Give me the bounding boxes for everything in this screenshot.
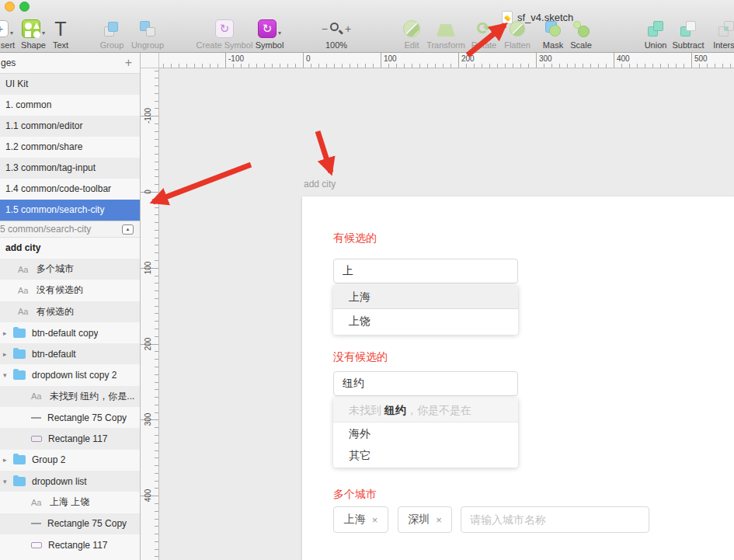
union-button[interactable]: Union [642, 18, 670, 50]
symbol-button[interactable]: ↻▾ Symbol [252, 18, 287, 50]
zoom-out-button[interactable]: − [322, 23, 328, 35]
layers-list: Aa多个城市 Aa没有候选的 Aa有候选的 ▸btn-default copy … [0, 259, 140, 555]
layer-row[interactable]: Aa多个城市 [0, 259, 140, 280]
dropdown-option[interactable]: 其它 [333, 444, 518, 466]
dropdown-option[interactable]: 上饶 [333, 309, 518, 333]
text-layer-icon: Aa [18, 265, 30, 274]
subtract-icon [679, 19, 697, 38]
sidebar-item-page[interactable]: 1.3 common/tag-input [0, 158, 140, 179]
rotate-button[interactable]: ⟳ Rotate [468, 18, 500, 50]
traffic-light-minimize[interactable] [5, 2, 15, 12]
layer-row[interactable]: ▸btn-default copy [0, 322, 140, 343]
sidebar-item-page-selected[interactable]: 1.5 common/search-city [0, 200, 140, 221]
layer-row[interactable]: ▾dropdown list copy 2 [0, 364, 140, 385]
ungroup-button[interactable]: Ungroup [129, 18, 166, 50]
ruler-label: 100 [144, 261, 152, 274]
pages-header-title: ges [1, 57, 16, 68]
remove-tag-icon[interactable]: × [436, 514, 442, 526]
transform-button[interactable]: Transform [424, 18, 468, 50]
intersect-icon [717, 19, 734, 38]
add-page-button[interactable]: + [125, 56, 132, 70]
symbol-icon: ↻ [258, 19, 277, 38]
layer-row[interactable]: Rectangle 117 [0, 428, 140, 449]
union-icon [646, 19, 665, 38]
city-search-input[interactable] [333, 259, 518, 283]
layer-row[interactable]: Rectangle 75 Copy [0, 513, 140, 534]
horizontal-ruler: -1000100200300400500 [159, 53, 734, 68]
rotate-icon: ⟳ [477, 20, 491, 37]
disclosure-triangle-icon[interactable]: ▾ [3, 478, 13, 485]
left-sidebar: ges + UI Kit 1. common 1.1 common/editor… [0, 53, 141, 560]
layer-row[interactable]: ▸btn-default [0, 343, 140, 364]
edit-icon [403, 20, 420, 37]
sidebar-item-page[interactable]: 1.1 common/editor [0, 116, 140, 137]
section-label: 有候选的 [333, 231, 377, 245]
scale-button[interactable]: Scale [568, 18, 594, 50]
disclosure-triangle-icon[interactable]: ▸ [3, 329, 13, 337]
city-search-input-no-match[interactable] [333, 371, 518, 396]
text-layer-icon: Aa [31, 498, 43, 507]
sidebar-item-page[interactable]: UI Kit [0, 74, 140, 95]
layer-row[interactable]: Aa未找到 纽约，你是... [0, 386, 140, 407]
dropdown-option[interactable]: 海外 [333, 423, 518, 444]
scale-icon [572, 19, 590, 38]
artboard-label[interactable]: add city [304, 179, 336, 190]
ungroup-icon [138, 19, 157, 38]
zoom-in-button[interactable]: + [345, 23, 351, 35]
layer-row[interactable]: Aa有候选的 [0, 301, 140, 322]
mask-button[interactable]: Mask [540, 18, 566, 50]
chevron-down-icon: ▾ [10, 30, 13, 37]
layer-row-artboard[interactable]: add city [0, 238, 140, 259]
dropdown-no-match-row[interactable]: 未找到 纽约，你是不是在 [333, 398, 518, 423]
edit-button[interactable]: Edit [400, 18, 423, 50]
pages-list: UI Kit 1. common 1.1 common/editor 1.2 c… [0, 74, 140, 221]
city-tag[interactable]: 深圳 × [398, 506, 452, 533]
shape-icon [22, 19, 40, 38]
layer-row[interactable]: Rectangle 117 [0, 534, 140, 555]
text-layer-icon: Aa [18, 307, 30, 316]
sidebar-item-page[interactable]: 1. common [0, 95, 140, 116]
shape-button[interactable]: ▾ Shape [16, 18, 50, 50]
layer-row[interactable]: ▾dropdown list [0, 471, 140, 492]
pages-header: ges + [0, 53, 140, 74]
folder-icon [13, 370, 26, 380]
layer-row[interactable]: Aa上海 上饶 [0, 492, 140, 513]
disclosure-triangle-icon[interactable]: ▸ [3, 350, 13, 358]
insert-icon: + [0, 20, 9, 37]
intersect-button[interactable]: Interse [707, 18, 734, 50]
ruler-label: 300 [539, 54, 552, 63]
mask-icon [544, 19, 562, 38]
zoom-level: 100% [325, 40, 347, 50]
sidebar-item-page[interactable]: 1.4 common/code-toolbar [0, 179, 140, 200]
ruler-corner [141, 53, 159, 68]
layer-row[interactable]: Rectangle 75 Copy [0, 407, 140, 428]
group-button[interactable]: Group [96, 18, 127, 50]
ruler-label: -100 [144, 108, 152, 123]
ruler-label: 0 [306, 54, 311, 63]
layers-panel-header: 5 common/search-city ▲ [0, 221, 140, 238]
line-shape-icon [31, 523, 41, 524]
traffic-light-zoom[interactable] [19, 2, 30, 12]
layer-row[interactable]: Aa没有候选的 [0, 280, 140, 301]
rectangle-shape-icon [31, 436, 42, 442]
dropdown-option-highlighted[interactable]: 上海 [333, 285, 518, 309]
artboard-list-toggle-icon[interactable]: ▲ [122, 224, 134, 235]
magnifier-icon [329, 22, 343, 36]
chevron-down-icon: ▾ [278, 30, 281, 37]
ruler-label: 400 [617, 54, 630, 63]
text-layer-icon: Aa [18, 286, 30, 295]
artboard[interactable]: 有候选的 上海 上饶 没有候选的 未找到 纽约，你是不是在 海外 其它 多个城市… [302, 197, 734, 560]
layer-row[interactable]: ▸Group 2 [0, 450, 140, 471]
disclosure-triangle-icon[interactable]: ▾ [3, 371, 13, 379]
flatten-button[interactable]: Flatten [500, 18, 534, 50]
create-symbol-button[interactable]: ↻ Create Symbol [193, 18, 256, 50]
subtract-button[interactable]: Subtract [670, 18, 707, 50]
folder-icon [13, 350, 26, 359]
flatten-icon [510, 21, 525, 37]
multi-city-input[interactable] [461, 506, 649, 533]
city-tag[interactable]: 上海 × [333, 506, 388, 533]
remove-tag-icon[interactable]: × [372, 514, 378, 526]
sidebar-item-page[interactable]: 1.2 common/share [0, 137, 140, 158]
disclosure-triangle-icon[interactable]: ▸ [3, 456, 13, 464]
text-button[interactable]: T Text [47, 18, 74, 50]
